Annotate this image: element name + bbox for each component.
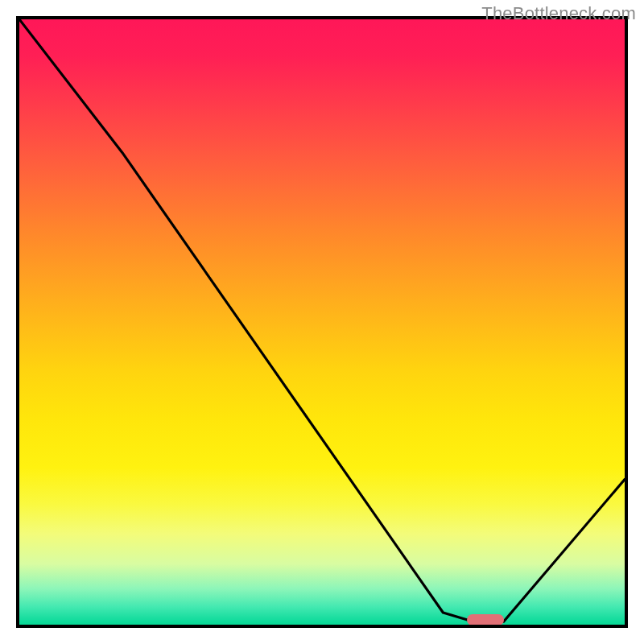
bottleneck-curve <box>19 19 625 621</box>
curve-svg <box>19 19 625 625</box>
attribution-text: TheBottleneck.com <box>481 3 636 24</box>
chart-container: TheBottleneck.com <box>0 0 644 644</box>
plot-area <box>19 19 625 625</box>
optimal-range-marker <box>467 614 503 625</box>
